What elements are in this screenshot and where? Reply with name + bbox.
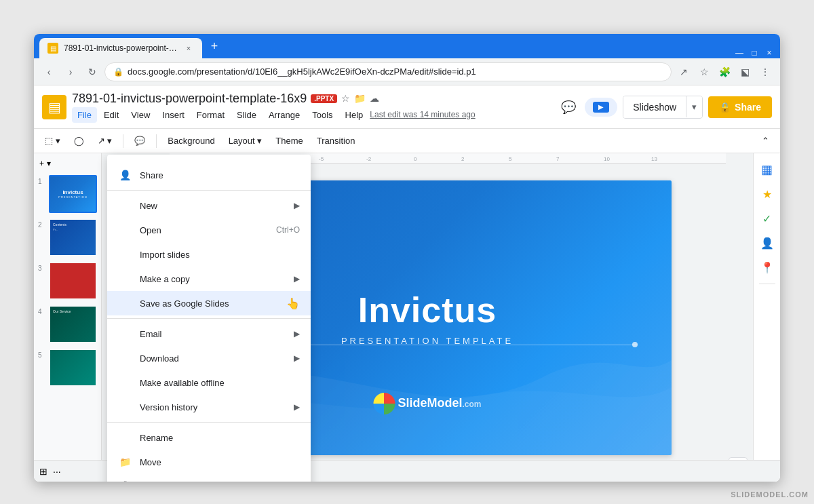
sidebar-person-btn[interactable]: 👤 [756,232,778,254]
folder-icon[interactable]: 📁 [354,93,366,104]
slide-logo-icon [373,393,395,414]
address-input[interactable]: 🔒 docs.google.com/presentation/d/10El6__… [104,62,672,81]
toolbar-select-btn[interactable]: ⬚ ▾ [39,133,66,149]
download-item-label: Download [140,353,294,364]
slide-subtitle: PRESENTATION TEMPLATE [341,336,513,346]
share-icon: 👤 [118,168,132,182]
close-button[interactable]: × [764,47,775,58]
menu-rename-item[interactable]: Rename [107,425,311,450]
slide-thumbnail-5[interactable] [49,349,97,387]
file-name-row: 7891-01-invictus-powerpoint-template-16x… [72,92,476,106]
new-arrow-icon: ▶ [294,201,300,210]
slideshow-dropdown-button[interactable]: ▾ [686,96,702,117]
menu-format[interactable]: Format [191,107,230,123]
shortcut-icon: ➕ [118,480,132,482]
menu-share-item[interactable]: 👤 Share [107,163,311,187]
menu-shortcut-item[interactable]: ➕ Add shortcut to Drive [107,474,311,482]
bookmark-icon[interactable]: ↗ [674,62,693,81]
watermark: SLIDEMODEL.COM [731,490,809,499]
app-logo: ▤ [42,95,66,119]
new-tab-button[interactable]: + [205,37,224,56]
slide-thumb-2: 2 Contents Pr... [37,217,98,258]
slide-thumbnail-4[interactable]: Our Service [49,305,97,343]
menu-file[interactable]: File [72,107,97,123]
menu-icon[interactable]: ⋮ [756,62,775,81]
move-icon: 📁 [118,455,132,469]
email-icon [118,327,132,341]
menu-view[interactable]: View [125,107,155,123]
star-icon[interactable]: ☆ [695,62,714,81]
menu-download-item[interactable]: Download ▶ [107,346,311,370]
forward-button[interactable]: › [61,62,80,81]
grid-view-icon[interactable]: ⊞ [39,466,47,477]
slideshow-group: Slideshow ▾ [623,96,703,119]
toolbar-line-btn[interactable]: ↗ ▾ [92,133,118,149]
header-actions: 💬 ▶ Slideshow ▾ 🔒 Share [558,96,772,119]
menu-help[interactable]: Help [340,107,369,123]
menu-move-item[interactable]: 📁 Move [107,450,311,474]
reload-button[interactable]: ↻ [83,62,102,81]
slide-main-content: Invictus PRESENTATION TEMPLATE [341,290,513,346]
active-tab[interactable]: ▤ 7891-01-invictus-powerpoint-te... × [39,38,202,58]
transition-button[interactable]: Transition [311,133,361,149]
tab-close-button[interactable]: × [183,43,194,54]
cloud-icon[interactable]: ☁ [370,93,379,104]
save-google-label: Save as Google Slides [140,298,281,309]
extensions-icon[interactable]: 🧩 [715,62,734,81]
meet-icon: ▶ [593,102,609,113]
sidebar-slides-btn[interactable]: ▦ [756,159,778,180]
menu-new-item[interactable]: New ▶ [107,193,311,218]
lock-icon: 🔒 [113,67,123,77]
minimize-button[interactable]: — [734,47,745,58]
theme-button[interactable]: Theme [270,133,308,149]
sidebar-check-btn[interactable]: ✓ [756,208,778,229]
sidebar-maps-btn[interactable]: 📍 [756,256,778,278]
menu-email-item[interactable]: Email ▶ [107,322,311,346]
file-info: 7891-01-invictus-powerpoint-template-16x… [72,92,476,123]
slide-thumbnail-1[interactable]: Invictus PRESENTATION [49,175,97,213]
rename-item-label: Rename [140,433,300,443]
sidebar-star-btn[interactable]: ★ [756,183,778,205]
slideshow-button[interactable]: Slideshow [623,96,686,118]
maximize-button[interactable]: □ [749,47,760,58]
menu-save-google-item[interactable]: Save as Google Slides 👆 [107,291,311,315]
bottom-left: ⊞ ··· [39,466,61,477]
slide-number-3: 3 [38,265,46,272]
menu-arrange[interactable]: Arrange [263,107,305,123]
file-icons: ☆ 📁 ☁ [341,93,379,104]
comment-button[interactable]: 💬 [558,96,579,118]
more-options-icon[interactable]: ··· [53,466,61,477]
background-button[interactable]: Background [162,133,220,149]
menu-insert[interactable]: Insert [157,107,190,123]
layout-button[interactable]: Layout ▾ [223,133,268,149]
open-item-label: Open [140,225,276,235]
menu-offline-item[interactable]: Make available offline [107,370,311,395]
toolbar-shape-btn[interactable]: ◯ [69,133,90,149]
collapse-toolbar-button[interactable]: ⌃ [756,133,775,149]
star-icon[interactable]: ☆ [341,93,350,104]
menu-import-item[interactable]: Import slides [107,242,311,267]
back-button[interactable]: ‹ [39,62,58,81]
menu-section-file-ops: New ▶ Open Ctrl+O Import slides Make a c… [107,190,311,318]
menu-open-item[interactable]: Open Ctrl+O [107,218,311,242]
download-arrow-icon: ▶ [294,353,300,363]
menu-copy-item[interactable]: Make a copy ▶ [107,267,311,291]
menu-edit[interactable]: Edit [98,107,124,123]
menu-version-item[interactable]: Version history ▶ [107,395,311,419]
menu-slide[interactable]: Slide [231,107,262,123]
menu-section-share: 👤 Share [107,160,311,190]
share-button[interactable]: 🔒 Share [708,96,772,118]
profile-icon[interactable]: ⬕ [735,62,754,81]
svg-text:2: 2 [461,156,465,162]
tab-favicon: ▤ [47,43,58,54]
add-slide-btn[interactable]: + [39,159,44,168]
slide-thumb-4: 4 Our Service [37,304,98,345]
slide-thumbnail-3[interactable] [49,262,97,300]
slide-thumbnail-2[interactable]: Contents Pr... [49,218,97,256]
address-text: docs.google.com/presentation/d/10El6__gk… [128,66,663,77]
last-edit-text[interactable]: Last edit was 14 minutes ago [370,110,475,119]
toolbar-comment-btn[interactable]: 💬 [129,133,151,149]
slide-options-btn[interactable]: ▾ [47,159,51,168]
menu-tools[interactable]: Tools [307,107,338,123]
meet-button[interactable]: ▶ [585,98,617,117]
